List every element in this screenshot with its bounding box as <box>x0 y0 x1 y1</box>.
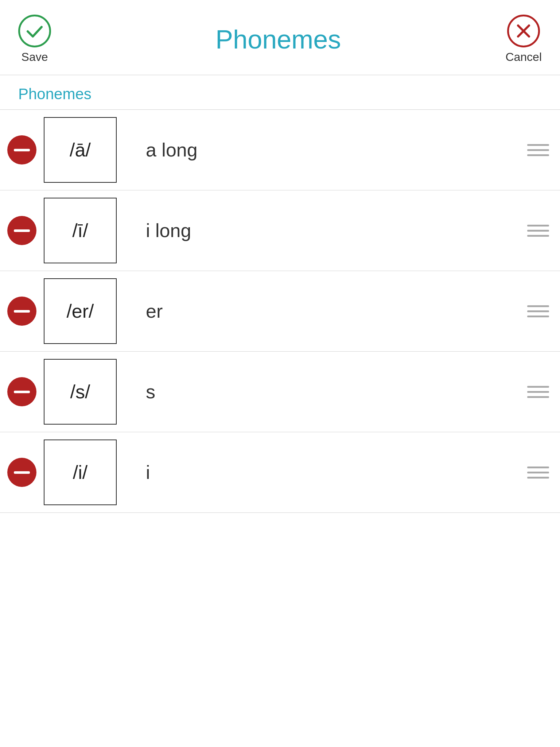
phoneme-name-er: er <box>117 300 524 322</box>
phoneme-row: /ī/ i long <box>0 190 560 271</box>
section-title: Phonemes <box>18 85 92 102</box>
drag-line-2 <box>527 391 549 393</box>
phoneme-row: /ā/ a long <box>0 110 560 190</box>
drag-handle-er[interactable] <box>524 305 560 317</box>
delete-circle-i-short[interactable] <box>7 458 36 487</box>
section-header: Phonemes <box>0 75 560 110</box>
drag-line-3 <box>527 235 549 237</box>
drag-handle-s[interactable] <box>524 386 560 398</box>
delete-minus-icon <box>14 310 30 313</box>
phoneme-symbol-box-a-long: /ā/ <box>44 117 117 183</box>
delete-minus-icon <box>14 391 30 393</box>
drag-line-3 <box>527 316 549 317</box>
drag-line-1 <box>527 225 549 227</box>
phoneme-row: /er/ er <box>0 271 560 352</box>
delete-button-s[interactable] <box>0 377 44 406</box>
phoneme-name-s: s <box>117 381 524 403</box>
save-checkmark-icon <box>25 21 44 41</box>
cancel-action[interactable]: Cancel <box>505 15 542 64</box>
drag-handle-a-long[interactable] <box>524 144 560 156</box>
save-label: Save <box>22 50 48 64</box>
phoneme-symbol-box-s: /s/ <box>44 359 117 425</box>
phoneme-symbol-i-short: /i/ <box>73 461 88 484</box>
delete-button-a-long[interactable] <box>0 135 44 165</box>
drag-line-2 <box>527 310 549 312</box>
delete-button-er[interactable] <box>0 297 44 326</box>
delete-circle-s[interactable] <box>7 377 36 406</box>
phoneme-list: /ā/ a long /ī/ i long <box>0 110 560 513</box>
phoneme-symbol-s: /s/ <box>70 380 90 403</box>
delete-minus-icon <box>14 229 30 232</box>
delete-circle-er[interactable] <box>7 297 36 326</box>
delete-circle-i-long[interactable] <box>7 216 36 245</box>
save-action[interactable]: Save <box>18 15 51 64</box>
cancel-icon-circle[interactable] <box>507 15 540 47</box>
delete-minus-icon <box>14 149 30 151</box>
phoneme-symbol-box-i-short: /i/ <box>44 440 117 505</box>
phoneme-row: /s/ s <box>0 352 560 432</box>
page-title: Phonemes <box>215 24 341 54</box>
phoneme-name-i-short: i <box>117 461 524 483</box>
drag-handle-i-short[interactable] <box>524 467 560 479</box>
drag-line-3 <box>527 396 549 398</box>
phoneme-name-i-long: i long <box>117 220 524 241</box>
phoneme-symbol-a-long: /ā/ <box>70 139 91 161</box>
cancel-x-icon <box>514 21 533 41</box>
drag-line-1 <box>527 144 549 146</box>
delete-button-i-short[interactable] <box>0 458 44 487</box>
drag-line-3 <box>527 154 549 156</box>
delete-button-i-long[interactable] <box>0 216 44 245</box>
phoneme-symbol-er: /er/ <box>66 300 94 322</box>
phoneme-symbol-i-long: /ī/ <box>72 219 88 242</box>
delete-circle-a-long[interactable] <box>7 135 36 165</box>
app-header: Save Phonemes Cancel <box>0 0 560 75</box>
drag-handle-i-long[interactable] <box>524 225 560 237</box>
drag-line-1 <box>527 305 549 307</box>
phoneme-symbol-box-i-long: /ī/ <box>44 198 117 263</box>
drag-line-3 <box>527 477 549 479</box>
cancel-label: Cancel <box>505 50 542 64</box>
drag-line-1 <box>527 386 549 388</box>
drag-line-2 <box>527 472 549 473</box>
delete-minus-icon <box>14 471 30 474</box>
phoneme-row: /i/ i <box>0 432 560 513</box>
drag-line-1 <box>527 467 549 468</box>
save-icon-circle[interactable] <box>18 15 51 47</box>
drag-line-2 <box>527 149 549 151</box>
drag-line-2 <box>527 230 549 232</box>
phoneme-symbol-box-er: /er/ <box>44 278 117 344</box>
phoneme-name-a-long: a long <box>117 139 524 161</box>
